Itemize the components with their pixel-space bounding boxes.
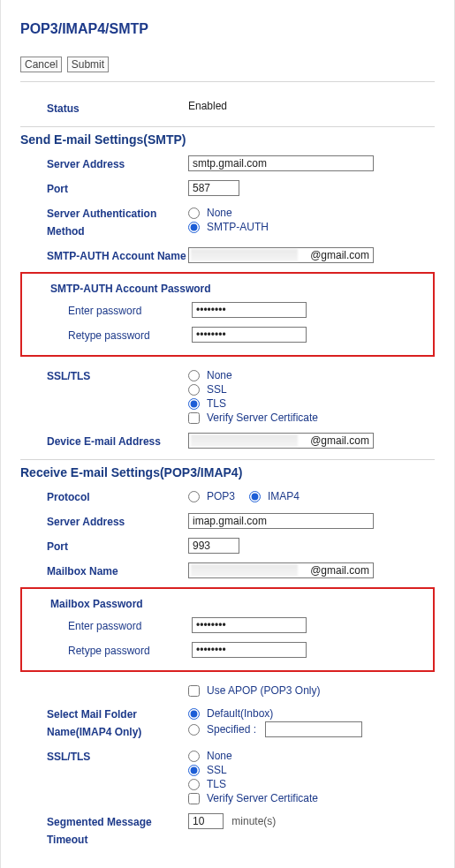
mailbox-retypepw-label: Retype password xyxy=(24,642,192,660)
recv-ssl-label: SSL/TLS xyxy=(20,748,188,766)
redacted-blur xyxy=(191,564,298,577)
auth-none-radio[interactable] xyxy=(188,208,200,219)
folder-row: Select Mail Folder Name(IMAP4 Only) Defa… xyxy=(20,702,435,744)
protocol-pop3-radio[interactable] xyxy=(188,491,200,502)
divider xyxy=(20,81,435,82)
mailbox-name-input[interactable]: @gmail.com xyxy=(188,562,374,578)
device-email-suffix: @gmail.com xyxy=(310,434,369,447)
use-apop-checkbox[interactable] xyxy=(188,685,200,697)
device-email-row: Device E-mail Address @gmail.com xyxy=(20,429,435,454)
folder-specified-radio[interactable] xyxy=(188,724,200,736)
send-ssl-label: SSL/TLS xyxy=(20,367,188,385)
mailbox-enterpw-row: Enter password xyxy=(24,614,431,638)
device-email-input[interactable]: @gmail.com xyxy=(188,433,374,449)
timeout-row: Segmented Message Timeout minute(s) xyxy=(20,810,435,852)
protocol-pop3-label: POP3 xyxy=(207,490,235,502)
send-heading: Send E-mail Settings(SMTP) xyxy=(20,126,435,152)
submit-button[interactable]: Submit xyxy=(67,57,109,72)
folder-default-radio[interactable] xyxy=(188,708,200,720)
recv-server-input[interactable] xyxy=(188,513,374,529)
send-port-row: Port xyxy=(20,177,435,201)
receive-heading: Receive E-mail Settings(POP3/IMAP4) xyxy=(20,459,435,485)
smtp-retypepw-row: Retype password xyxy=(24,323,431,348)
recv-ssl-none-radio[interactable] xyxy=(188,751,200,762)
send-verify-cert-checkbox[interactable] xyxy=(188,412,200,424)
folder-specified-input[interactable] xyxy=(265,721,362,737)
protocol-imap4-radio[interactable] xyxy=(249,491,261,502)
folder-default-label: Default(Inbox) xyxy=(207,707,273,720)
smtp-enterpw-label: Enter password xyxy=(24,302,192,320)
send-ssl-tls-label: TLS xyxy=(207,397,226,410)
folder-specified-label: Specified : xyxy=(207,723,256,736)
smtp-account-input[interactable]: @gmail.com xyxy=(188,247,374,263)
protocol-label: Protocol xyxy=(20,488,188,506)
apop-row: Use APOP (POP3 Only) xyxy=(20,679,435,702)
status-label: Status xyxy=(20,100,188,117)
mailbox-enterpw-input[interactable] xyxy=(192,617,307,633)
cancel-button[interactable]: Cancel xyxy=(20,57,62,72)
protocol-row: Protocol POP3 IMAP4 xyxy=(20,485,435,509)
recv-ssl-none-label: None xyxy=(207,750,232,762)
recv-server-row: Server Address xyxy=(20,509,435,534)
smtp-retypepw-input[interactable] xyxy=(192,327,307,343)
recv-port-row: Port xyxy=(20,534,435,559)
settings-form: POP3/IMAP4/SMTP Cancel Submit Status Ena… xyxy=(0,0,455,868)
mailbox-enterpw-label: Enter password xyxy=(24,617,192,635)
mailbox-password-heading: Mailbox Password xyxy=(24,594,431,614)
recv-server-label: Server Address xyxy=(20,513,188,531)
page-title: POP3/IMAP4/SMTP xyxy=(20,21,435,37)
send-verify-cert-label: Verify Server Certificate xyxy=(207,411,318,424)
mailbox-retypepw-input[interactable] xyxy=(192,642,307,658)
recv-port-input[interactable] xyxy=(188,538,239,554)
send-ssl-row: SSL/TLS None SSL TLS Verify Server Certi… xyxy=(20,364,435,429)
device-email-label: Device E-mail Address xyxy=(20,433,188,450)
status-row: Status Enabled xyxy=(20,96,435,121)
send-ssl-none-radio[interactable] xyxy=(188,370,200,381)
mailbox-retypepw-row: Retype password xyxy=(24,638,431,663)
mailbox-name-label: Mailbox Name xyxy=(20,562,188,580)
action-buttons: Cancel Submit xyxy=(20,57,435,72)
auth-smtpauth-label: SMTP-AUTH xyxy=(207,221,269,233)
timeout-label: Segmented Message Timeout xyxy=(20,813,188,849)
smtp-account-row: SMTP-AUTH Account Name @gmail.com xyxy=(20,244,435,268)
send-auth-label: Server Authentication Method xyxy=(20,205,188,240)
redacted-blur xyxy=(191,249,298,261)
status-value: Enabled xyxy=(188,100,435,112)
recv-ssl-tls-radio[interactable] xyxy=(188,779,200,790)
send-server-input[interactable] xyxy=(188,155,374,171)
redacted-blur xyxy=(191,434,298,447)
send-port-label: Port xyxy=(20,180,188,198)
send-port-input[interactable] xyxy=(188,180,239,196)
send-ssl-ssl-label: SSL xyxy=(207,383,227,396)
recv-ssl-tls-label: TLS xyxy=(207,778,226,790)
recv-ssl-ssl-label: SSL xyxy=(207,764,227,776)
send-server-row: Server Address xyxy=(20,152,435,177)
protocol-imap4-label: IMAP4 xyxy=(268,490,300,502)
send-server-label: Server Address xyxy=(20,155,188,173)
folder-label: Select Mail Folder Name(IMAP4 Only) xyxy=(20,706,188,741)
recv-port-label: Port xyxy=(20,538,188,555)
mailbox-name-suffix: @gmail.com xyxy=(310,564,369,577)
smtp-password-heading: SMTP-AUTH Account Password xyxy=(24,279,431,298)
auth-smtpauth-radio[interactable] xyxy=(188,222,200,233)
recv-verify-cert-checkbox[interactable] xyxy=(188,793,200,804)
timeout-unit: minute(s) xyxy=(231,815,276,827)
mailbox-name-row: Mailbox Name @gmail.com xyxy=(20,559,435,584)
smtp-account-label: SMTP-AUTH Account Name xyxy=(20,247,188,265)
smtp-account-suffix: @gmail.com xyxy=(310,249,369,261)
send-ssl-tls-radio[interactable] xyxy=(188,398,200,410)
send-ssl-none-label: None xyxy=(207,369,232,381)
smtp-enterpw-row: Enter password xyxy=(24,298,431,323)
use-apop-label: Use APOP (POP3 Only) xyxy=(207,684,321,697)
recv-ssl-row: SSL/TLS None SSL TLS Verify Server Certi… xyxy=(20,744,435,810)
mailbox-password-box: Mailbox Password Enter password Retype p… xyxy=(20,587,435,672)
timeout-input[interactable] xyxy=(188,813,224,829)
smtp-retypepw-label: Retype password xyxy=(24,327,192,344)
send-ssl-ssl-radio[interactable] xyxy=(188,384,200,396)
send-auth-row: Server Authentication Method None SMTP-A… xyxy=(20,201,435,244)
recv-ssl-ssl-radio[interactable] xyxy=(188,765,200,776)
auth-none-label: None xyxy=(207,207,232,219)
smtp-password-box: SMTP-AUTH Account Password Enter passwor… xyxy=(20,272,435,357)
recv-verify-cert-label: Verify Server Certificate xyxy=(207,792,318,804)
smtp-enterpw-input[interactable] xyxy=(192,302,307,318)
